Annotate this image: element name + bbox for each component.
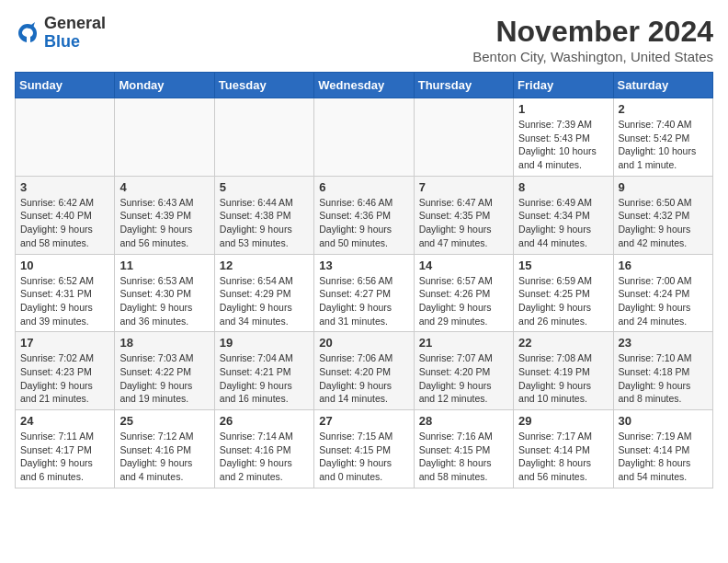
calendar-cell: 15Sunrise: 6:59 AM Sunset: 4:25 PM Dayli… <box>514 254 613 332</box>
day-info: Sunrise: 6:44 AM Sunset: 4:38 PM Dayligh… <box>220 196 309 250</box>
calendar-cell: 14Sunrise: 6:57 AM Sunset: 4:26 PM Dayli… <box>414 254 513 332</box>
calendar-cell: 19Sunrise: 7:04 AM Sunset: 4:21 PM Dayli… <box>214 332 313 410</box>
calendar-cell: 5Sunrise: 6:44 AM Sunset: 4:38 PM Daylig… <box>214 176 313 254</box>
calendar-week-row: 24Sunrise: 7:11 AM Sunset: 4:17 PM Dayli… <box>16 410 713 488</box>
day-info: Sunrise: 7:14 AM Sunset: 4:16 PM Dayligh… <box>220 430 309 484</box>
day-info: Sunrise: 7:15 AM Sunset: 4:15 PM Dayligh… <box>319 430 408 484</box>
day-number: 2 <box>619 102 708 116</box>
day-number: 19 <box>220 336 309 350</box>
day-number: 6 <box>319 180 408 194</box>
day-number: 15 <box>518 259 608 272</box>
day-info: Sunrise: 6:49 AM Sunset: 4:34 PM Dayligh… <box>518 196 608 250</box>
day-info: Sunrise: 6:53 AM Sunset: 4:30 PM Dayligh… <box>119 274 209 328</box>
day-number: 20 <box>319 336 408 350</box>
day-number: 8 <box>518 180 608 194</box>
calendar-cell: 11Sunrise: 6:53 AM Sunset: 4:30 PM Dayli… <box>115 254 214 332</box>
calendar-cell: 3Sunrise: 6:42 AM Sunset: 4:40 PM Daylig… <box>16 176 115 254</box>
calendar-cell: 24Sunrise: 7:11 AM Sunset: 4:17 PM Dayli… <box>16 410 115 488</box>
day-info: Sunrise: 7:17 AM Sunset: 4:14 PM Dayligh… <box>518 430 608 484</box>
day-info: Sunrise: 6:43 AM Sunset: 4:39 PM Dayligh… <box>119 196 209 250</box>
day-number: 24 <box>20 414 109 428</box>
calendar-cell: 13Sunrise: 6:56 AM Sunset: 4:27 PM Dayli… <box>314 254 414 332</box>
day-info: Sunrise: 6:54 AM Sunset: 4:29 PM Dayligh… <box>220 274 309 328</box>
calendar-cell: 21Sunrise: 7:07 AM Sunset: 4:20 PM Dayli… <box>414 332 513 410</box>
calendar-cell: 30Sunrise: 7:19 AM Sunset: 4:14 PM Dayli… <box>613 410 712 488</box>
day-number: 23 <box>619 336 708 350</box>
day-number: 11 <box>119 259 209 272</box>
calendar-cell: 10Sunrise: 6:52 AM Sunset: 4:31 PM Dayli… <box>16 254 115 332</box>
calendar-cell: 22Sunrise: 7:08 AM Sunset: 4:19 PM Dayli… <box>514 332 613 410</box>
month-title: November 2024 <box>472 15 713 49</box>
calendar-cell: 25Sunrise: 7:12 AM Sunset: 4:16 PM Dayli… <box>115 410 214 488</box>
day-info: Sunrise: 7:06 AM Sunset: 4:20 PM Dayligh… <box>319 351 408 406</box>
day-number: 25 <box>119 414 209 428</box>
calendar-cell: 26Sunrise: 7:14 AM Sunset: 4:16 PM Dayli… <box>214 410 313 488</box>
day-info: Sunrise: 6:42 AM Sunset: 4:40 PM Dayligh… <box>20 196 109 250</box>
day-info: Sunrise: 6:52 AM Sunset: 4:31 PM Dayligh… <box>20 274 109 328</box>
day-number: 28 <box>419 414 508 428</box>
day-number: 22 <box>518 336 608 350</box>
day-number: 5 <box>220 180 309 194</box>
day-number: 1 <box>518 102 608 116</box>
day-info: Sunrise: 7:04 AM Sunset: 4:21 PM Dayligh… <box>220 351 309 406</box>
day-info: Sunrise: 6:46 AM Sunset: 4:36 PM Dayligh… <box>319 196 408 250</box>
weekday-header-friday: Friday <box>514 73 613 98</box>
day-info: Sunrise: 6:57 AM Sunset: 4:26 PM Dayligh… <box>419 274 508 328</box>
weekday-header-row: SundayMondayTuesdayWednesdayThursdayFrid… <box>16 73 713 98</box>
day-number: 13 <box>319 259 408 272</box>
day-number: 30 <box>619 414 708 428</box>
day-info: Sunrise: 6:59 AM Sunset: 4:25 PM Dayligh… <box>518 274 608 328</box>
day-number: 10 <box>20 259 109 272</box>
day-info: Sunrise: 7:39 AM Sunset: 5:43 PM Dayligh… <box>518 118 608 172</box>
logo: General Blue <box>15 15 106 52</box>
day-number: 27 <box>319 414 408 428</box>
weekday-header-sunday: Sunday <box>16 73 115 98</box>
header: General Blue November 2024 Benton City, … <box>15 15 713 64</box>
calendar-cell: 27Sunrise: 7:15 AM Sunset: 4:15 PM Dayli… <box>314 410 414 488</box>
location: Benton City, Washington, United States <box>472 49 713 64</box>
day-number: 17 <box>20 336 109 350</box>
day-info: Sunrise: 7:03 AM Sunset: 4:22 PM Dayligh… <box>119 351 209 406</box>
calendar-week-row: 1Sunrise: 7:39 AM Sunset: 5:43 PM Daylig… <box>16 98 713 177</box>
day-info: Sunrise: 7:40 AM Sunset: 5:42 PM Dayligh… <box>619 118 708 172</box>
weekday-header-tuesday: Tuesday <box>214 73 313 98</box>
weekday-header-saturday: Saturday <box>613 73 712 98</box>
calendar-week-row: 3Sunrise: 6:42 AM Sunset: 4:40 PM Daylig… <box>16 176 713 254</box>
calendar-cell: 4Sunrise: 6:43 AM Sunset: 4:39 PM Daylig… <box>115 176 214 254</box>
day-info: Sunrise: 6:47 AM Sunset: 4:35 PM Dayligh… <box>419 196 508 250</box>
calendar-cell: 17Sunrise: 7:02 AM Sunset: 4:23 PM Dayli… <box>16 332 115 410</box>
calendar-cell: 7Sunrise: 6:47 AM Sunset: 4:35 PM Daylig… <box>414 176 513 254</box>
title-area: November 2024 Benton City, Washington, U… <box>472 15 713 64</box>
calendar-cell: 9Sunrise: 6:50 AM Sunset: 4:32 PM Daylig… <box>613 176 712 254</box>
day-number: 18 <box>119 336 209 350</box>
day-number: 3 <box>20 180 109 194</box>
day-info: Sunrise: 7:19 AM Sunset: 4:14 PM Dayligh… <box>619 430 708 484</box>
calendar-cell: 18Sunrise: 7:03 AM Sunset: 4:22 PM Dayli… <box>115 332 214 410</box>
calendar-cell <box>414 98 513 177</box>
day-info: Sunrise: 6:50 AM Sunset: 4:32 PM Dayligh… <box>619 196 708 250</box>
day-number: 16 <box>619 259 708 272</box>
day-info: Sunrise: 7:07 AM Sunset: 4:20 PM Dayligh… <box>419 351 508 406</box>
day-number: 4 <box>119 180 209 194</box>
calendar-cell: 12Sunrise: 6:54 AM Sunset: 4:29 PM Dayli… <box>214 254 313 332</box>
calendar: SundayMondayTuesdayWednesdayThursdayFrid… <box>15 72 713 488</box>
weekday-header-thursday: Thursday <box>414 73 513 98</box>
day-number: 29 <box>518 414 608 428</box>
day-info: Sunrise: 7:11 AM Sunset: 4:17 PM Dayligh… <box>20 430 109 484</box>
calendar-body: 1Sunrise: 7:39 AM Sunset: 5:43 PM Daylig… <box>16 98 713 488</box>
calendar-cell: 6Sunrise: 6:46 AM Sunset: 4:36 PM Daylig… <box>314 176 414 254</box>
calendar-cell: 29Sunrise: 7:17 AM Sunset: 4:14 PM Dayli… <box>514 410 613 488</box>
calendar-cell: 2Sunrise: 7:40 AM Sunset: 5:42 PM Daylig… <box>613 98 712 177</box>
day-info: Sunrise: 7:08 AM Sunset: 4:19 PM Dayligh… <box>518 351 608 406</box>
weekday-header-wednesday: Wednesday <box>314 73 414 98</box>
day-info: Sunrise: 7:00 AM Sunset: 4:24 PM Dayligh… <box>619 274 708 328</box>
day-number: 7 <box>419 180 508 194</box>
calendar-cell <box>214 98 313 177</box>
day-number: 26 <box>220 414 309 428</box>
calendar-cell: 1Sunrise: 7:39 AM Sunset: 5:43 PM Daylig… <box>514 98 613 177</box>
day-info: Sunrise: 7:10 AM Sunset: 4:18 PM Dayligh… <box>619 351 708 406</box>
day-number: 12 <box>220 259 309 272</box>
logo-text: General Blue <box>44 15 106 52</box>
calendar-cell <box>115 98 214 177</box>
calendar-header: SundayMondayTuesdayWednesdayThursdayFrid… <box>16 73 713 98</box>
